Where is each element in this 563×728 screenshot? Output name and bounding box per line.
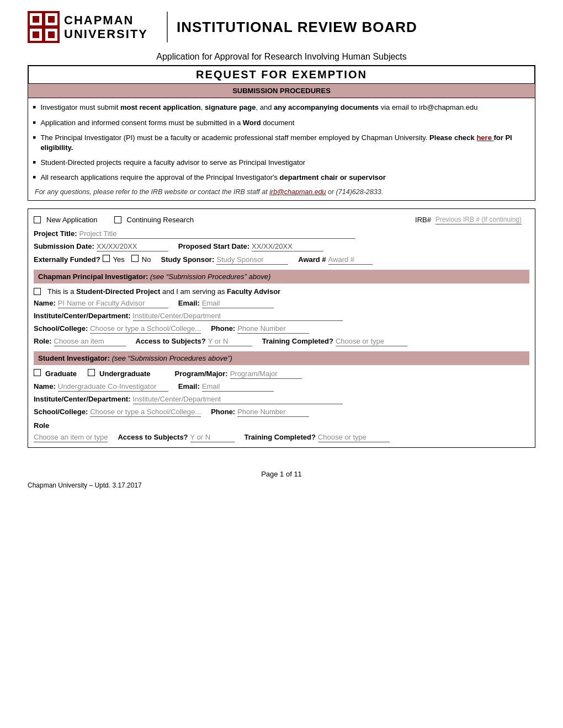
faculty-advisor-text: This is a Student-Directed Project and I…: [47, 287, 280, 296]
continuing-research-label: Continuing Research: [127, 216, 194, 224]
university-name: CHAPMAN UNIVERSITY: [64, 13, 148, 41]
pi-access-label: Access to Subjects?: [136, 337, 206, 345]
si-role-field[interactable]: Choose an item or type: [34, 433, 108, 442]
faculty-advisor-checkbox[interactable]: [34, 288, 41, 295]
faculty-checkbox-row: This is a Student-Directed Project and I…: [34, 286, 529, 297]
yes-label: Yes: [113, 255, 125, 264]
no-checkbox[interactable]: [131, 255, 139, 262]
pi-role-label: Role:: [34, 337, 52, 345]
page-header: CHAPMAN UNIVERSITY INSTITUTIONAL REVIEW …: [28, 11, 535, 43]
svg-rect-5: [33, 16, 39, 23]
bullet-icon-5: ▪: [33, 172, 36, 184]
pi-school-label: School/College:: [34, 324, 88, 333]
continuing-research-checkbox[interactable]: [114, 216, 121, 223]
app-title: Application for Approval for Research In…: [28, 52, 535, 62]
chapman-logo-icon: [28, 11, 60, 43]
undergraduate-checkbox[interactable]: [88, 369, 95, 376]
pi-header-sub: (see “Submission Procedures” above): [150, 272, 270, 281]
bottom-note: Chapman University – Uptd. 3.17.2017: [28, 481, 535, 489]
si-institute-label: Institute/Center/Department:: [34, 395, 131, 403]
yes-checkbox[interactable]: [103, 255, 110, 262]
italic-note: For any questions, please refer to the I…: [33, 188, 526, 196]
si-institute-row: Institute/Center/Department: Institute/C…: [34, 393, 529, 406]
study-sponsor-field[interactable]: Study Sponsor: [216, 255, 288, 265]
dates-row: Submission Date: XX/XX/20XX Proposed Sta…: [34, 240, 529, 253]
irb-number-field[interactable]: Previous IRB # (If continuing): [435, 216, 522, 224]
procedure-item-1: ▪ Investigator must submit most recent a…: [33, 103, 526, 114]
study-sponsor-label: Study Sponsor:: [161, 255, 214, 264]
si-section-header: Student Investigator: (see “Submission P…: [34, 351, 529, 365]
procedures-box: ▪ Investigator must submit most recent a…: [28, 98, 535, 201]
submission-date-field[interactable]: XX/XX/20XX: [97, 242, 168, 251]
award-label: Award #: [298, 255, 326, 264]
page-number: Page 1 of 11: [261, 470, 302, 478]
funded-row: Externally Funded? Yes No Study Sponsor:…: [34, 253, 529, 266]
si-school-row: School/College: Choose or type a School/…: [34, 406, 529, 419]
procedure-item-2: ▪ Application and informed consent forms…: [33, 118, 526, 129]
pi-name-field[interactable]: PI Name or Faculty Advisor: [58, 299, 168, 308]
pi-phone-label: Phone:: [211, 324, 235, 333]
si-institute-field[interactable]: Institute/Center/Department: [133, 395, 343, 404]
pi-institute-field[interactable]: Institute/Center/Department: [133, 312, 343, 321]
pi-institute-label: Institute/Center/Department:: [34, 312, 131, 320]
logo-box: CHAPMAN UNIVERSITY: [28, 11, 148, 43]
pi-role-field[interactable]: Choose an item: [54, 337, 126, 346]
proposed-start-field[interactable]: XX/XX/20XX: [252, 242, 323, 251]
si-name-field[interactable]: Undergraduate Co-Investigator: [58, 382, 168, 392]
si-role-label: Role: [34, 421, 49, 430]
header-divider: [167, 12, 168, 42]
page-footer: Page 1 of 11: [28, 470, 535, 478]
pi-name-row: Name: PI Name or Faculty Advisor Email: …: [34, 297, 529, 310]
graduate-checkbox[interactable]: [34, 369, 41, 376]
pi-training-field[interactable]: Choose or type: [336, 337, 407, 346]
procedure-text-1: Investigator must submit most recent app…: [40, 103, 477, 113]
si-phone-field[interactable]: Phone Number: [237, 408, 309, 417]
request-title: REQUEST FOR EXEMPTION: [28, 65, 535, 83]
undergraduate-label: Undergraduate: [99, 370, 150, 378]
pi-section-header: Chapman Principal Investigator: (see “Su…: [34, 270, 529, 283]
si-header-sub: (see “Submission Procedures above”): [112, 354, 232, 362]
award-field[interactable]: Award #: [328, 255, 373, 265]
bullet-icon-4: ▪: [33, 157, 36, 169]
application-type-row: New Application Continuing Research IRB#…: [34, 212, 529, 228]
irb-label: IRB#: [415, 216, 431, 224]
pi-institute-row: Institute/Center/Department: Institute/C…: [34, 310, 529, 323]
pi-school-row: School/College: Choose or type a School/…: [34, 323, 529, 335]
si-header-text: Student Investigator:: [38, 354, 110, 362]
bullet-icon-2: ▪: [33, 117, 36, 129]
si-program-field[interactable]: Program/Major: [230, 370, 302, 379]
pi-email-label: Email:: [178, 299, 200, 307]
si-program-label: Program/Major:: [175, 370, 228, 378]
si-school-field[interactable]: Choose or type a School/College...: [90, 408, 201, 417]
university-line1: CHAPMAN: [64, 13, 148, 27]
new-application-checkbox-item[interactable]: New Application: [34, 216, 98, 224]
si-type-row: Graduate Undergraduate Program/Major: Pr…: [34, 367, 529, 381]
continuing-research-checkbox-item[interactable]: Continuing Research: [114, 216, 194, 224]
project-title-field[interactable]: Project Title: [79, 229, 355, 239]
pi-phone-field[interactable]: Phone Number: [237, 324, 309, 334]
graduate-label: Graduate: [45, 370, 77, 378]
procedure-text-4: Student-Directed projects require a facu…: [40, 158, 305, 168]
si-access-field[interactable]: Y or N: [190, 433, 235, 442]
si-training-field[interactable]: Choose or type: [318, 433, 390, 442]
new-application-checkbox[interactable]: [34, 216, 41, 223]
pi-email-field[interactable]: Email: [202, 299, 274, 308]
si-email-label: Email:: [178, 382, 200, 390]
procedure-item-5: ▪ All research applications require the …: [33, 173, 526, 184]
irb-email-link[interactable]: irb@chapman.edu: [269, 188, 326, 196]
procedure-text-5: All research applications require the ap…: [40, 173, 385, 183]
pi-training-label: Training Completed?: [262, 337, 333, 345]
pi-eligibility-link[interactable]: here: [476, 133, 493, 142]
pi-access-field[interactable]: Y or N: [208, 337, 252, 346]
irb-title: INSTITUTIONAL REVIEW BOARD: [177, 19, 417, 36]
si-school-label: School/College:: [34, 408, 88, 416]
procedure-text-2: Application and informed consent forms m…: [40, 118, 294, 128]
project-title-label: Project Title:: [34, 229, 77, 238]
new-application-label: New Application: [46, 216, 98, 224]
si-name-row: Name: Undergraduate Co-Investigator Emai…: [34, 381, 529, 393]
si-email-field[interactable]: Email: [202, 382, 274, 392]
externally-funded-label: Externally Funded?: [34, 255, 100, 264]
procedure-text-3: The Principal Investigator (PI) must be …: [40, 133, 526, 153]
pi-header-text: Chapman Principal Investigator:: [38, 272, 148, 281]
pi-school-field[interactable]: Choose or type a School/College...: [90, 324, 201, 334]
